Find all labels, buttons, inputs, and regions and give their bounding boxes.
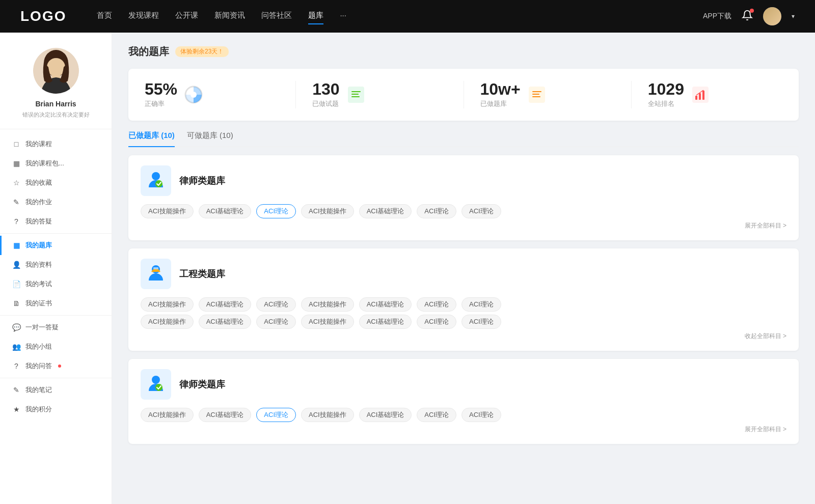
sidebar-label-4: 我的答疑 (25, 217, 52, 226)
sidebar-label-6: 我的资料 (25, 260, 52, 269)
stat-item-1: 130 已做试题 (296, 81, 464, 108)
sidebar-item-9[interactable]: 💬一对一答疑 (0, 318, 112, 337)
question-circle-icon: ? (12, 217, 20, 226)
expand-link-1[interactable]: 收起全部科目 > (141, 332, 786, 341)
expand-link-2[interactable]: 展开全部科目 > (141, 425, 786, 434)
tag-2-0-1[interactable]: ACI基础理论 (199, 408, 252, 422)
tag-0-0-4[interactable]: ACI基础理论 (359, 204, 412, 218)
tag-1-0-2[interactable]: ACI理论 (256, 297, 296, 312)
svg-rect-13 (532, 96, 540, 97)
svg-rect-15 (695, 96, 697, 100)
points-icon: ★ (12, 405, 20, 413)
sidebar-item-3[interactable]: ✎我的作业 (0, 192, 112, 212)
svg-rect-7 (351, 91, 361, 92)
sidebar-label-9: 一对一答疑 (25, 323, 59, 332)
avatar-image (33, 48, 79, 94)
tag-2-0-3[interactable]: ACI技能操作 (301, 408, 354, 422)
tag-1-1-2[interactable]: ACI理论 (256, 315, 296, 329)
pie-chart-icon (184, 86, 203, 104)
qbank-icon-1 (141, 259, 171, 289)
sidebar-label-0: 我的课程 (25, 139, 52, 149)
tag-1-0-6[interactable]: ACI理论 (461, 297, 501, 312)
sidebar-separator (0, 315, 112, 316)
trial-badge: 体验剩余23天！ (175, 46, 229, 57)
star-icon: ☆ (12, 179, 20, 187)
avatar-dropdown-chevron[interactable]: ▾ (792, 13, 795, 20)
tag-1-1-6[interactable]: ACI理论 (461, 315, 501, 329)
sidebar-item-5[interactable]: ▦我的题库 (0, 236, 112, 255)
tab-0[interactable]: 已做题库 (10) (128, 131, 175, 147)
sidebar: Brian Harris 错误的决定比没有决定要好 □我的课程▦我的课程包...… (0, 33, 112, 504)
sidebar-item-0[interactable]: □我的课程 (0, 134, 112, 154)
tag-0-0-5[interactable]: ACI理论 (417, 204, 456, 218)
stat-icon-0 (183, 85, 204, 105)
tag-0-0-3[interactable]: ACI技能操作 (301, 204, 354, 218)
qbank-icon-0 (141, 165, 171, 196)
chart-red-icon (692, 87, 709, 103)
engineer-icon (145, 263, 167, 285)
tag-1-0-0[interactable]: ACI技能操作 (141, 297, 194, 312)
sidebar-separator (0, 378, 112, 378)
sidebar-item-4[interactable]: ?我的答疑 (0, 212, 112, 231)
stat-item-2: 10w+ 已做题库 (464, 81, 632, 108)
stat-icon-3 (690, 85, 711, 105)
tag-1-0-4[interactable]: ACI基础理论 (359, 297, 412, 312)
nav-item-公开课[interactable]: 公开课 (175, 11, 198, 22)
nav-item-发现课程[interactable]: 发现课程 (128, 11, 159, 22)
tag-1-1-3[interactable]: ACI技能操作 (301, 315, 354, 329)
tag-2-0-6[interactable]: ACI理论 (461, 408, 501, 422)
tag-0-0-1[interactable]: ACI基础理论 (199, 204, 252, 218)
bar-icon: ▦ (12, 159, 20, 167)
svg-rect-9 (351, 96, 360, 97)
nav-item-题库[interactable]: 题库 (308, 11, 323, 22)
tag-0-0-6[interactable]: ACI理论 (461, 204, 501, 218)
sidebar-item-11[interactable]: ?我的问答 (0, 356, 112, 376)
sidebar-item-1[interactable]: ▦我的课程包... (0, 154, 112, 173)
tag-1-0-3[interactable]: ACI技能操作 (301, 297, 354, 312)
profile-section: Brian Harris 错误的决定比没有决定要好 (0, 48, 112, 129)
tag-1-1-5[interactable]: ACI理论 (417, 315, 456, 329)
nav-item-问答社区[interactable]: 问答社区 (261, 11, 292, 22)
tag-1-1-1[interactable]: ACI基础理论 (199, 315, 252, 329)
sidebar-item-13[interactable]: ★我的积分 (0, 400, 112, 419)
sidebar-label-7: 我的考试 (25, 279, 52, 289)
nav-item-···[interactable]: ··· (340, 11, 346, 22)
stat-item-0: 55% 正确率 (128, 81, 296, 108)
nav-item-首页[interactable]: 首页 (97, 11, 112, 22)
nav-item-新闻资讯[interactable]: 新闻资讯 (214, 11, 245, 22)
tags-row-1-1: ACI技能操作ACI基础理论ACI理论ACI技能操作ACI基础理论ACI理论AC… (141, 315, 786, 329)
tag-2-0-5[interactable]: ACI理论 (417, 408, 456, 422)
sidebar-item-7[interactable]: 📄我的考试 (0, 274, 112, 294)
sidebar-item-8[interactable]: 🗎我的证书 (0, 294, 112, 313)
notification-bell[interactable] (742, 10, 753, 23)
avatar[interactable] (763, 7, 781, 25)
tag-2-0-2[interactable]: ACI理论 (256, 408, 296, 422)
app-download-button[interactable]: APP下载 (703, 12, 731, 21)
svg-point-18 (152, 172, 160, 180)
tag-2-0-0[interactable]: ACI技能操作 (141, 408, 194, 422)
tag-1-0-5[interactable]: ACI理论 (417, 297, 456, 312)
tag-0-0-2[interactable]: ACI理论 (256, 204, 296, 218)
sidebar-item-2[interactable]: ☆我的收藏 (0, 173, 112, 192)
logo: LOGO (20, 8, 66, 24)
svg-rect-8 (351, 94, 359, 95)
tag-1-1-4[interactable]: ACI基础理论 (359, 315, 412, 329)
stat-value-0: 55% (145, 81, 177, 97)
tabs: 已做题库 (10)可做题库 (10) (128, 131, 799, 147)
tag-0-0-0[interactable]: ACI技能操作 (141, 204, 194, 218)
sidebar-label-8: 我的证书 (25, 299, 52, 308)
chat-icon: 💬 (12, 323, 20, 331)
tag-1-0-1[interactable]: ACI基础理论 (199, 297, 252, 312)
expand-link-0[interactable]: 展开全部科目 > (141, 221, 786, 230)
tab-1[interactable]: 可做题库 (10) (187, 131, 233, 147)
svg-rect-12 (532, 94, 539, 95)
group-icon: 👥 (12, 343, 20, 351)
layout: Brian Harris 错误的决定比没有决定要好 □我的课程▦我的课程包...… (0, 0, 815, 504)
sidebar-item-12[interactable]: ✎我的笔记 (0, 380, 112, 400)
tag-2-0-4[interactable]: ACI基础理论 (359, 408, 412, 422)
page-header: 我的题库 体验剩余23天！ (128, 45, 799, 59)
tag-1-1-0[interactable]: ACI技能操作 (141, 315, 194, 329)
people-icon: 👤 (12, 261, 20, 269)
sidebar-item-6[interactable]: 👤我的资料 (0, 255, 112, 274)
sidebar-item-10[interactable]: 👥我的小组 (0, 337, 112, 356)
